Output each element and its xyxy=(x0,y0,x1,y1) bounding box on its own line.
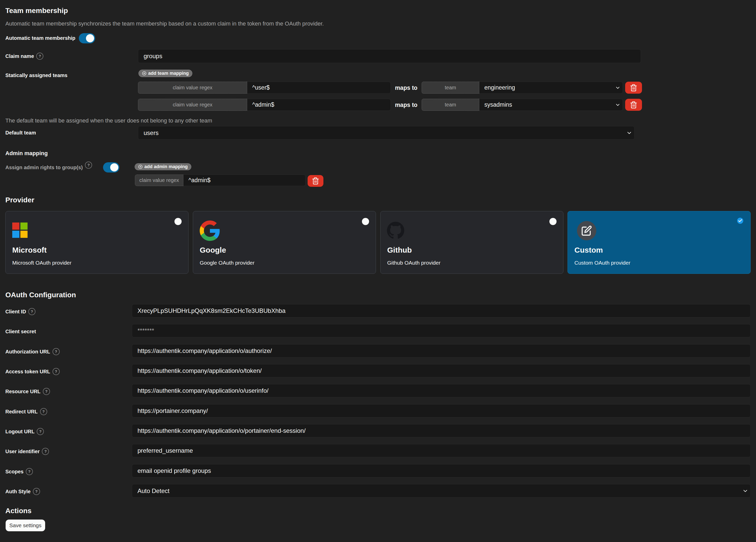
oauth-configuration-heading: OAuth Configuration xyxy=(5,291,76,299)
github-logo xyxy=(387,222,404,239)
provider-card-description: Microsoft OAuth provider xyxy=(12,260,71,266)
team-membership-heading: Team membership xyxy=(5,7,68,15)
access-token-url-input[interactable]: https://authentik.company/application/o/… xyxy=(132,364,751,378)
auth-style-label: Auth Style? xyxy=(5,488,40,495)
help-icon[interactable]: ? xyxy=(37,428,44,435)
scopes-input[interactable]: email openid profile groups xyxy=(132,464,751,477)
client-id-input[interactable]: XrecyPLpSUHDHrLpQqXK8sm2EkCHcTe3UBUbXhba xyxy=(132,304,751,318)
add-admin-mapping-button[interactable]: add admin mapping xyxy=(135,163,191,170)
help-icon[interactable]: ? xyxy=(26,468,33,475)
help-icon[interactable]: ? xyxy=(53,348,60,355)
redirect-url-label: Redirect URL? xyxy=(5,408,47,416)
provider-card-title: Google xyxy=(200,246,226,254)
provider-card-description: Github OAuth provider xyxy=(387,260,440,266)
default-team-note: The default team will be assigned when t… xyxy=(5,117,212,124)
chevron-down-icon xyxy=(615,102,621,108)
auth-style-select[interactable]: Auto Detect xyxy=(132,484,751,498)
toggle-knob xyxy=(86,34,94,42)
help-icon[interactable]: ? xyxy=(36,53,43,60)
save-settings-button[interactable]: Save settings xyxy=(6,520,45,531)
default-team-select[interactable]: users xyxy=(138,126,635,139)
provider-selected-badge xyxy=(737,218,743,224)
provider-card-microsoft[interactable]: Microsoft Microsoft OAuth provider xyxy=(5,211,188,274)
client-secret-input[interactable]: ******* xyxy=(132,324,751,337)
team-label: team xyxy=(422,82,479,94)
logout-url-label: Logout URL? xyxy=(5,428,44,435)
trash-icon xyxy=(312,177,319,185)
trash-icon xyxy=(630,101,637,109)
user-identifier-label: User identifier? xyxy=(5,448,49,455)
claim-value-regex-input[interactable]: ^admin$ xyxy=(183,174,306,186)
resource-url-label: Resource URL? xyxy=(5,388,50,395)
microsoft-logo xyxy=(12,222,28,238)
plus-circle-icon xyxy=(138,164,143,169)
claim-value-regex-label: claim value regex xyxy=(138,82,247,94)
claim-value-regex-label: claim value regex xyxy=(135,174,183,186)
provider-card-description: Google OAuth provider xyxy=(200,260,255,266)
admin-mapping-heading: Admin mapping xyxy=(5,149,48,157)
chevron-down-icon xyxy=(615,85,621,91)
automatic-team-membership-label: Automatic team membership xyxy=(5,34,75,42)
client-secret-label: Client secret xyxy=(5,328,36,335)
delete-admin-mapping-button[interactable] xyxy=(308,175,323,187)
plus-circle-icon xyxy=(142,71,146,75)
scopes-label: Scopes? xyxy=(5,468,33,475)
team-select[interactable]: engineering xyxy=(479,82,623,94)
google-logo xyxy=(200,220,220,241)
client-id-label: Client ID? xyxy=(5,308,35,316)
edit-icon xyxy=(581,225,592,236)
assign-admin-rights-label: Assign admin rights to group(s)? xyxy=(5,163,92,171)
help-icon[interactable]: ? xyxy=(53,368,60,375)
provider-card-title: Microsoft xyxy=(12,246,47,254)
maps-to-label: maps to xyxy=(391,101,422,108)
team-select[interactable]: sysadmins xyxy=(479,99,623,111)
provider-card-custom[interactable]: Custom Custom OAuth provider xyxy=(568,211,751,274)
maps-to-label: maps to xyxy=(391,84,422,91)
provider-radio-unselected[interactable] xyxy=(362,218,369,225)
claim-value-regex-label: claim value regex xyxy=(138,99,247,111)
claim-value-regex-input[interactable]: ^admin$ xyxy=(247,99,391,111)
help-icon[interactable]: ? xyxy=(85,161,92,169)
delete-team-mapping-button[interactable] xyxy=(625,82,642,94)
user-identifier-input[interactable]: preferred_username xyxy=(132,444,751,457)
chevron-down-icon xyxy=(742,488,748,494)
oauth-settings-page: Team membership Automatic team membershi… xyxy=(0,0,756,542)
help-icon[interactable]: ? xyxy=(43,388,50,395)
resource-url-input[interactable]: https://authentik.company/application/o/… xyxy=(132,384,751,397)
add-team-mapping-button[interactable]: add team mapping xyxy=(138,70,192,77)
claim-name-label: Claim name? xyxy=(5,52,43,60)
authorization-url-label: Authorization URL? xyxy=(5,348,60,356)
help-icon[interactable]: ? xyxy=(40,408,47,415)
check-icon xyxy=(738,218,742,223)
provider-card-title: Custom xyxy=(574,246,603,254)
claim-name-input[interactable]: groups xyxy=(138,49,641,63)
provider-card-title: Github xyxy=(387,246,412,254)
assign-admin-rights-toggle[interactable] xyxy=(103,162,119,172)
provider-heading: Provider xyxy=(5,196,34,204)
claim-value-regex-input[interactable]: ^user$ xyxy=(247,82,391,94)
authorization-url-input[interactable]: https://authentik.company/application/o/… xyxy=(132,344,751,358)
automatic-team-membership-toggle[interactable] xyxy=(79,33,95,43)
provider-radio-unselected[interactable] xyxy=(174,218,182,225)
provider-card-google[interactable]: Google Google OAuth provider xyxy=(193,211,376,274)
actions-heading: Actions xyxy=(5,507,32,515)
provider-radio-unselected[interactable] xyxy=(549,218,557,225)
statically-assigned-teams-label: Statically assigned teams xyxy=(5,71,67,79)
team-label: team xyxy=(422,99,479,111)
toggle-knob xyxy=(110,163,118,171)
logout-url-input[interactable]: https://authentik.company/application/o/… xyxy=(132,424,751,437)
help-icon[interactable]: ? xyxy=(42,448,49,455)
custom-provider-icon xyxy=(577,221,596,240)
help-icon[interactable]: ? xyxy=(28,308,35,315)
default-team-label: Default team xyxy=(5,129,36,136)
delete-team-mapping-button[interactable] xyxy=(625,99,642,111)
trash-icon xyxy=(630,84,637,92)
chevron-down-icon xyxy=(626,130,632,136)
redirect-url-input[interactable]: https://portainer.company/ xyxy=(132,404,751,418)
team-membership-description: Automatic team membership synchronizes t… xyxy=(5,20,324,27)
help-icon[interactable]: ? xyxy=(33,488,40,495)
provider-card-github[interactable]: Github Github OAuth provider xyxy=(380,211,563,274)
access-token-url-label: Access token URL? xyxy=(5,368,60,375)
provider-card-description: Custom OAuth provider xyxy=(574,260,630,266)
